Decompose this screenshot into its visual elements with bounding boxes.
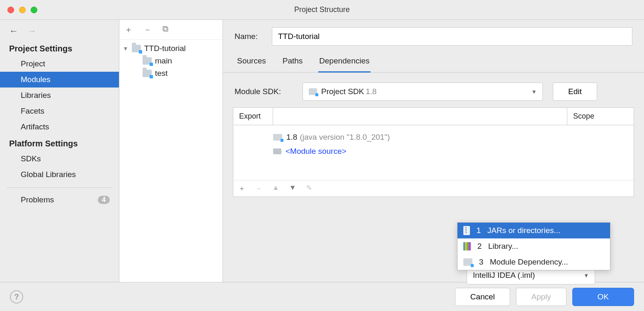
dependencies-toolbar: ＋ － ▲ ▼ ✎ xyxy=(233,180,634,197)
sidebar-item-libraries[interactable]: Libraries xyxy=(0,87,119,103)
tab-dependencies[interactable]: Dependencies xyxy=(318,54,370,73)
popup-item-label: Library... xyxy=(488,242,518,251)
remove-icon[interactable]: － xyxy=(143,24,152,35)
module-tabs: Sources Paths Dependencies xyxy=(223,50,644,73)
move-up-icon[interactable]: ▲ xyxy=(272,184,279,193)
section-project-settings: Project Settings xyxy=(0,40,119,56)
sidebar-item-global-libraries[interactable]: Global Libraries xyxy=(0,167,119,182)
popup-item-label: JARs or directories... xyxy=(487,226,560,235)
popup-item-number: 3 xyxy=(478,258,484,267)
popup-item-number: 2 xyxy=(477,242,482,251)
storage-format-value: IntelliJ IDEA (.iml) xyxy=(473,271,535,280)
module-name-input[interactable] xyxy=(272,27,632,46)
module-tree-toolbar: ＋ － ⧉ xyxy=(119,20,223,40)
dependency-row-module-source[interactable]: <Module source> xyxy=(273,144,629,158)
tree-node-label: main xyxy=(155,56,172,66)
popup-item-jars[interactable]: 1 JARs or directories... xyxy=(458,223,610,238)
sidebar-item-project[interactable]: Project xyxy=(0,56,119,72)
window-title: Project Structure xyxy=(0,5,644,14)
module-sdk-label: Module SDK: xyxy=(235,87,293,96)
name-label: Name: xyxy=(235,32,263,41)
col-export: Export xyxy=(233,108,273,125)
module-sdk-select[interactable]: Project SDK 1.8 ▼ xyxy=(303,83,543,101)
tab-sources[interactable]: Sources xyxy=(236,54,267,72)
settings-sidebar: ← → Project Settings Project Modules Lib… xyxy=(0,20,119,282)
popup-item-label: Module Dependency... xyxy=(490,258,568,267)
tree-node-label: test xyxy=(155,69,168,78)
dependencies-table: Export Scope 1.8 (java version "1.8.0_20… xyxy=(233,107,634,197)
sidebar-item-facets[interactable]: Facets xyxy=(0,103,119,119)
sdk-value-suffix: 1.8 xyxy=(366,87,376,96)
sidebar-item-artifacts[interactable]: Artifacts xyxy=(0,119,119,135)
module-content: Name: Sources Paths Dependencies Module … xyxy=(223,20,644,282)
chevron-down-icon: ▼ xyxy=(531,89,537,95)
edit-dependency-icon[interactable]: ✎ xyxy=(306,184,312,193)
help-button[interactable]: ? xyxy=(10,290,23,304)
module-tree: ▼ TTD-tutorial main test xyxy=(119,40,223,82)
sdk-value-prefix: Project SDK xyxy=(321,87,364,96)
module-tree-panel: ＋ － ⧉ ▼ TTD-tutorial main test xyxy=(119,20,223,282)
section-platform-settings: Platform Settings xyxy=(0,135,119,151)
problems-count-badge: 4 xyxy=(98,196,110,204)
forward-icon[interactable]: → xyxy=(27,26,36,36)
add-dependency-popup: 1 JARs or directories... 2 Library... 3 … xyxy=(457,222,610,270)
edit-sdk-button[interactable]: Edit xyxy=(553,83,597,101)
popup-item-library[interactable]: 2 Library... xyxy=(458,238,610,254)
sdk-icon xyxy=(273,134,282,141)
copy-icon[interactable]: ⧉ xyxy=(162,24,168,35)
remove-dependency-icon[interactable]: － xyxy=(255,184,262,193)
sidebar-item-sdks[interactable]: SDKs xyxy=(0,151,119,167)
apply-button[interactable]: Apply xyxy=(516,288,567,306)
history-nav: ← → xyxy=(0,20,119,40)
archive-icon xyxy=(463,226,470,235)
module-icon xyxy=(143,57,152,65)
popup-item-module-dependency[interactable]: 3 Module Dependency... xyxy=(458,254,610,270)
dependencies-header: Export Scope xyxy=(233,108,634,125)
dependency-row-sdk[interactable]: 1.8 (java version "1.8.0_201") xyxy=(273,130,629,144)
tree-node-root[interactable]: ▼ TTD-tutorial xyxy=(122,42,220,55)
sidebar-item-modules[interactable]: Modules xyxy=(0,72,119,87)
source-icon xyxy=(273,148,281,154)
tree-node-test[interactable]: test xyxy=(122,67,220,80)
popup-item-number: 1 xyxy=(476,226,482,235)
sidebar-item-problems[interactable]: Problems 4 xyxy=(0,193,119,207)
module-icon xyxy=(463,258,472,266)
add-dependency-icon[interactable]: ＋ xyxy=(238,184,245,193)
tree-node-main[interactable]: main xyxy=(122,55,220,67)
ok-button[interactable]: OK xyxy=(572,288,634,306)
divider xyxy=(7,187,112,188)
module-icon xyxy=(132,45,141,52)
tab-paths[interactable]: Paths xyxy=(282,54,304,72)
dep-label: <Module source> xyxy=(286,147,346,156)
dep-label: 1.8 xyxy=(286,133,297,142)
chevron-down-icon: ▼ xyxy=(583,272,589,279)
chevron-down-icon[interactable]: ▼ xyxy=(123,45,128,52)
back-icon[interactable]: ← xyxy=(9,26,18,36)
col-scope: Scope xyxy=(567,108,634,125)
module-icon xyxy=(143,70,152,77)
sdk-icon xyxy=(309,88,317,95)
titlebar: Project Structure xyxy=(0,0,644,20)
tree-node-label: TTD-tutorial xyxy=(144,44,186,53)
dep-label-suffix: (java version "1.8.0_201") xyxy=(300,133,390,142)
problems-label: Problems xyxy=(21,195,54,204)
library-icon xyxy=(463,242,471,250)
cancel-button[interactable]: Cancel xyxy=(455,288,510,306)
add-icon[interactable]: ＋ xyxy=(124,24,133,35)
move-down-icon[interactable]: ▼ xyxy=(289,184,296,193)
col-name xyxy=(273,108,567,125)
